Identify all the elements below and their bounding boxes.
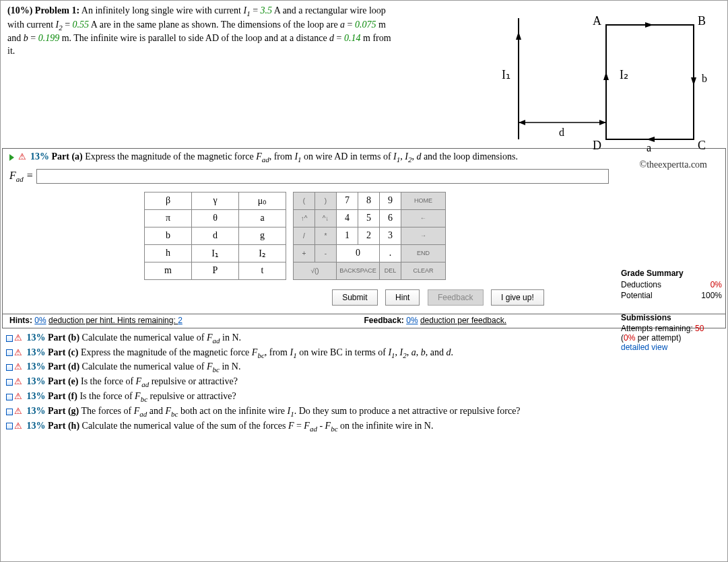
key-end[interactable]: END [401,244,446,262]
key-left[interactable]: ← [401,209,446,227]
giveup-button[interactable]: I give up! [491,289,544,306]
expand-icon[interactable] [6,394,13,400]
key-2[interactable]: 2 [358,227,380,244]
key-8[interactable]: 8 [358,192,380,209]
expand-icon[interactable] [6,364,13,371]
key-5[interactable]: 5 [358,209,380,227]
key-mu0[interactable]: μ₀ [239,192,286,209]
hint-button[interactable]: Hint [385,289,420,306]
fad-F: F [256,151,262,162]
answer-F: F [9,170,16,181]
key-beta[interactable]: β [145,192,192,209]
key-d[interactable]: d [192,227,239,244]
hints-row: Hints: 0% deduction per hint. Hints rema… [3,314,725,328]
diagram-B: B [698,14,706,28]
key-3[interactable]: 3 [380,227,401,244]
part-a-text-c: on wire AD in terms of [304,151,393,162]
key-9[interactable]: 9 [380,192,401,209]
key-lparen[interactable]: ( [294,192,315,209]
part-h-row[interactable]: ⚠ 13% Part (h) Calculate the numerical v… [6,419,722,434]
expand-icon[interactable] [9,154,14,161]
diagram-svg: I₁ A B C D I₂ b a d [438,5,721,166]
problem-text: (10%) Problem 1: An infinitely long sing… [7,5,435,58]
key-theta[interactable]: θ [192,209,239,227]
ph-eq: = [294,421,304,431]
key-0[interactable]: 0 [337,244,380,262]
key-backspace[interactable]: BACKSPACE [337,262,380,279]
part-e-label: Part (e) [48,376,78,386]
part-h-pre: Calculate the numerical value of the sum… [82,421,288,431]
key-del[interactable]: DEL [380,262,401,279]
key-div[interactable]: / [294,227,315,244]
ph-minus: - [317,421,325,431]
b-symbol: b [24,33,28,43]
key-1[interactable]: 1 [337,227,358,244]
key-6[interactable]: 6 [380,209,401,227]
part-c-row[interactable]: ⚠ 13% Part (c) Express the magnitude of … [6,346,722,361]
feedback-pct[interactable]: 0% [406,316,418,325]
part-b-pct: 13% [27,332,46,343]
svg-rect-2 [606,25,694,139]
answer-prefix: Fad = [9,170,34,183]
part-d-row[interactable]: ⚠ 13% Part (d) Calculate the numerical v… [6,360,722,375]
answer-sub: ad [16,175,24,183]
hints-pct[interactable]: 0% [34,316,46,325]
warning-icon: ⚠ [14,332,22,343]
key-home[interactable]: HOME [401,192,446,209]
key-b[interactable]: b [145,227,192,244]
part-f-post: repulsive or attractive? [147,391,236,401]
part-a-box: ⚠ 13% Part (a) Express the magnitude of … [2,148,726,328]
key-mul[interactable]: * [315,227,337,244]
part-b-row[interactable]: ⚠ 13% Part (b) Calculate the numerical v… [6,331,722,346]
pg-F1: F [134,406,140,416]
key-P[interactable]: P [192,262,239,279]
part-d-pre: Calculate the numerical value of [82,361,207,372]
key-pi[interactable]: π [145,209,192,227]
submit-button[interactable]: Submit [332,289,377,306]
key-minus[interactable]: - [315,244,337,262]
expand-icon[interactable] [6,379,13,386]
circuit-diagram: I₁ A B C D I₂ b a d [438,5,721,173]
pa-d: d [416,151,421,162]
deductions-value: 0% [688,279,722,290]
pa-I1s: 1 [298,155,302,164]
pd-Fs: bc [213,365,220,374]
detailed-view-link[interactable]: detailed view [621,343,722,352]
part-f-row[interactable]: ⚠ 13% Part (f) Is the force of Fbc repul… [6,390,722,405]
key-4[interactable]: 4 [337,209,358,227]
attempts-line: Attempts remaining: 50 [621,324,722,333]
key-rparen[interactable]: ) [315,192,337,209]
key-clear[interactable]: CLEAR [401,262,446,279]
key-m[interactable]: m [145,262,192,279]
part-g-row[interactable]: ⚠ 13% Part (g) The forces of Fad and Fbc… [6,405,722,419]
hints-remain[interactable]: 2 [178,316,183,325]
part-d-post: in N. [220,361,241,372]
pc-post: . [451,347,453,357]
key-t[interactable]: t [239,262,286,279]
pg-F1s: ad [139,410,147,418]
key-dot[interactable]: . [380,244,401,262]
key-right[interactable]: → [401,227,446,244]
key-gamma[interactable]: γ [192,192,239,209]
expand-icon[interactable] [6,349,13,356]
key-sqrt[interactable]: √() [294,262,337,279]
key-7[interactable]: 7 [337,192,358,209]
expand-icon[interactable] [6,409,13,415]
key-sub[interactable]: ^↓ [315,209,337,227]
key-plus[interactable]: + [294,244,315,262]
key-sup[interactable]: ↑^ [294,209,315,227]
part-e-row[interactable]: ⚠ 13% Part (e) Is the force of Fad repul… [6,375,722,390]
key-a[interactable]: a [239,209,286,227]
pc-c4: , and [426,347,446,357]
part-a-text-a: Express the magnitude of the magnetic fo… [85,151,256,162]
key-h[interactable]: h [145,244,192,262]
per-b: per attempt) [635,333,681,343]
key-g[interactable]: g [239,227,286,244]
pg-and: and [147,406,165,416]
pd-F: F [207,361,213,372]
problem-line1b: A and a rectangular wire loop [274,5,386,15]
key-I2[interactable]: I₂ [239,244,286,262]
expand-icon[interactable] [6,423,13,429]
key-I1[interactable]: I₁ [192,244,239,262]
expand-icon[interactable] [6,335,13,342]
